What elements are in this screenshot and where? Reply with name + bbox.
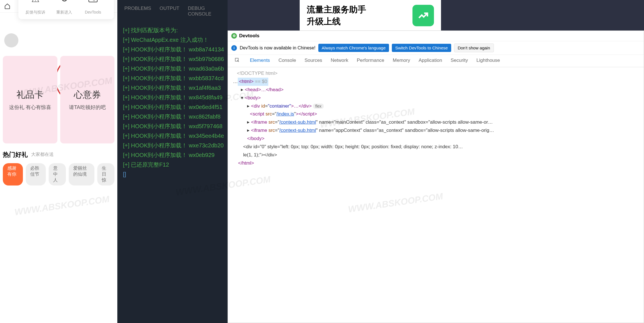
terminal-tab[interactable]: OUTPUT (159, 6, 179, 17)
avatar (4, 33, 18, 47)
terminal-tab[interactable]: PROBLEMS (124, 6, 151, 17)
hot-sub: 大家都在送 (31, 152, 54, 158)
switch-chinese-button[interactable]: Switch DevTools to Chinese (392, 44, 451, 52)
inspect-icon[interactable] (233, 58, 241, 64)
devtools-tab[interactable]: Performance (357, 58, 384, 64)
action-icon: >_ (85, 0, 101, 7)
devtools-tab[interactable]: Lighthouse (476, 58, 500, 64)
devtools-window: ⚙ Devtools i DevTools is now available i… (228, 30, 644, 323)
notice-text: DevTools is now available in Chinese! (240, 45, 315, 51)
match-language-button[interactable]: Always match Chrome's language (318, 44, 389, 52)
devtools-tab[interactable]: Sources (304, 58, 322, 64)
flyout-action[interactable]: ↻重新进入 (51, 0, 77, 15)
tag[interactable]: 意中人 (49, 163, 66, 185)
devtools-title: Devtools (239, 33, 260, 39)
flyout-action[interactable]: >_DevTools (80, 0, 106, 15)
action-icon: ↻ (56, 0, 73, 7)
devtools-tab[interactable]: Application (419, 58, 442, 64)
miniprogram-panel: 必胜有礼 ••• — ◉ 更 美食 必胜客必胜有礼 › ↗转发给朋友添加到我的小… (0, 0, 117, 323)
dom-tree[interactable]: <!DOCTYPE html> …<html> == $0 ▸ <head>…<… (228, 67, 644, 170)
home-icon[interactable] (3, 2, 11, 10)
terminal-panel: PROBLEMSOUTPUTDEBUG CONSOLE [+] 找到匹配版本号为… (117, 0, 228, 323)
tag[interactable]: 必胜佳节 (26, 163, 46, 185)
hot-title: 热门好礼 (3, 150, 28, 159)
flyout-action[interactable]: ⚠反馈与投诉 (23, 0, 48, 15)
terminal-output: [+] 找到匹配版本号为:[+] WeChatAppEx.exe 注入成功！[+… (117, 23, 228, 182)
devtools-logo-icon: ⚙ (231, 33, 237, 39)
chart-up-icon (412, 5, 434, 26)
tag[interactable]: 爱丽丝的仙境 (69, 163, 94, 185)
devtools-tab[interactable]: Security (451, 58, 468, 64)
action-flyout: 必胜客必胜有礼 › ↗转发给朋友添加到我的小程序🖥添加到电脑桌面⚠反馈与投诉↻重… (18, 0, 114, 19)
card-gift[interactable]: 礼品卡 这份礼 有心有惊喜 (3, 56, 57, 143)
promo-banner: 流量主服务助手 升级上线 (300, 0, 441, 31)
terminal-tabs: PROBLEMSOUTPUTDEBUG CONSOLE (117, 0, 228, 23)
tags-row: 感谢有你必胜佳节意中人爱丽丝的仙境生日惊 (0, 163, 117, 185)
devtools-tab[interactable]: Memory (393, 58, 410, 64)
terminal-tab[interactable]: DEBUG CONSOLE (188, 6, 221, 17)
devtools-tab[interactable]: Elements (250, 58, 270, 64)
tag[interactable]: 生日惊 (97, 163, 114, 185)
cards-row: 礼品卡 这份礼 有心有惊喜 心意券 请TA吃顿好的吧 (0, 53, 117, 146)
tag[interactable]: 感谢有你 (3, 163, 23, 185)
devtools-tab[interactable]: Network (331, 58, 348, 64)
card-coupon[interactable]: 心意券 请TA吃顿好的吧 (60, 56, 115, 143)
dont-show-button[interactable]: Don't show again (454, 43, 494, 52)
info-icon: i (231, 45, 237, 51)
action-icon: ⚠ (27, 0, 44, 7)
devtools-tab[interactable]: Console (278, 58, 296, 64)
